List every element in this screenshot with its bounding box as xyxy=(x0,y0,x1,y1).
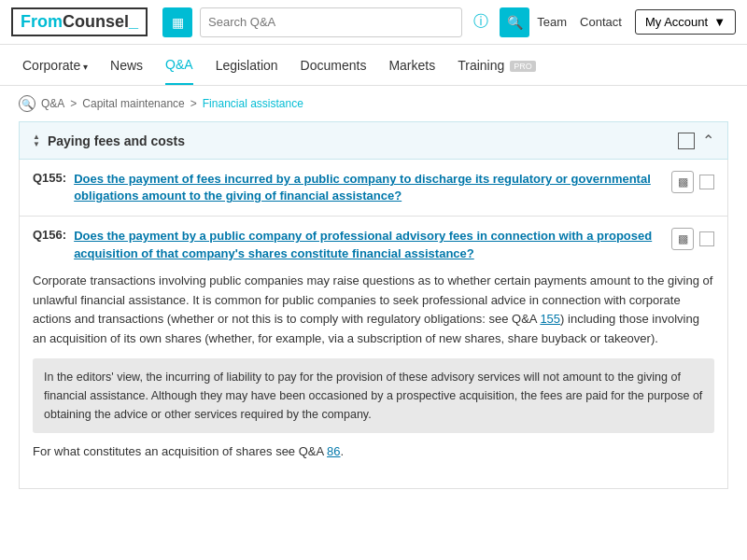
breadcrumb-qa[interactable]: Q&A xyxy=(41,97,64,110)
search-container xyxy=(200,7,462,37)
main-content: ▲ ▼ Paying fees and costs ⌃ Q155: Does t… xyxy=(0,121,747,508)
qa-link-156[interactable]: Does the payment by a public company of … xyxy=(74,228,664,261)
filter-icon: ▦ xyxy=(172,15,184,30)
comment-icon-155[interactable]: ▩ xyxy=(671,171,694,193)
qa-number-156: Q156: xyxy=(33,228,66,242)
qa-icons-156: ▩ xyxy=(671,228,714,250)
nav-corporate[interactable]: Corporate xyxy=(22,47,88,84)
qa-row-155: Q155: Does the payment of fees incurred … xyxy=(33,171,714,204)
link-155[interactable]: 155 xyxy=(540,312,560,326)
logo-text1: From xyxy=(21,12,63,32)
breadcrumb-sep2: > xyxy=(190,97,197,110)
section-title: Paying fees and costs xyxy=(48,133,185,148)
qa-answer-para2: For what constitutes an acquisition of s… xyxy=(33,442,714,462)
comment-icon-156[interactable]: ▩ xyxy=(671,228,694,250)
logo: FromCounsel_ xyxy=(11,7,148,36)
search-button[interactable]: 🔍 xyxy=(500,7,529,37)
contact-link[interactable]: Contact xyxy=(580,15,622,29)
breadcrumb-sep1: > xyxy=(70,97,77,110)
qa-icons-155: ▩ xyxy=(671,171,714,193)
team-link[interactable]: Team xyxy=(537,15,567,29)
qa-link-155[interactable]: Does the payment of fees incurred by a p… xyxy=(74,171,664,204)
sort-arrows[interactable]: ▲ ▼ xyxy=(33,133,40,148)
qa-row-156: Q156: Does the payment by a public compa… xyxy=(33,228,714,261)
breadcrumb-capital[interactable]: Capital maintenance xyxy=(82,97,184,110)
section-header: ▲ ▼ Paying fees and costs ⌃ xyxy=(19,121,728,160)
qa-item-156: Q156: Does the payment by a public compa… xyxy=(19,217,728,488)
training-badge: PRO xyxy=(510,61,536,72)
nav-qa[interactable]: Q&A xyxy=(165,46,193,85)
collapse-button[interactable]: ⌃ xyxy=(702,132,714,149)
info-icon[interactable]: ⓘ xyxy=(473,12,488,32)
search-icon: 🔍 xyxy=(507,15,523,30)
highlight-block: In the editors' view, the incurring of l… xyxy=(33,358,714,433)
nav-markets[interactable]: Markets xyxy=(388,47,435,84)
breadcrumb: 🔍 Q&A > Capital maintenance > Financial … xyxy=(0,86,747,121)
secondary-navigation: Corporate News Q&A Legislation Documents… xyxy=(0,45,747,86)
select-all-checkbox[interactable] xyxy=(678,133,695,149)
logo-suffix: _ xyxy=(129,12,138,32)
link-86[interactable]: 86 xyxy=(327,444,340,458)
qa-answer-156: Corporate transactions involving public … xyxy=(33,262,714,477)
logo-text2: Counsel xyxy=(63,12,129,32)
section-header-right: ⌃ xyxy=(678,132,714,149)
highlight-text: In the editors' view, the incurring of l… xyxy=(44,371,702,421)
nav-documents[interactable]: Documents xyxy=(301,47,367,84)
chevron-down-icon: ▼ xyxy=(713,15,726,29)
qa-answer-para1: Corporate transactions involving public … xyxy=(33,272,714,349)
nav-training[interactable]: Training PRO xyxy=(458,47,535,84)
qa-number-155: Q155: xyxy=(33,171,66,185)
nav-legislation[interactable]: Legislation xyxy=(216,47,278,84)
top-navigation: FromCounsel_ ▦ ⓘ 🔍 Team Contact My Accou… xyxy=(0,0,747,45)
my-account-label: My Account xyxy=(645,15,708,29)
search-input[interactable] xyxy=(208,15,454,29)
checkbox-155[interactable] xyxy=(699,175,714,189)
nav-news[interactable]: News xyxy=(110,47,143,84)
breadcrumb-current: Financial assistance xyxy=(203,97,303,110)
checkbox-156[interactable] xyxy=(699,231,714,246)
section-header-left: ▲ ▼ Paying fees and costs xyxy=(33,133,185,148)
my-account-button[interactable]: My Account ▼ xyxy=(635,9,736,35)
top-right-nav: Team Contact My Account ▼ xyxy=(537,9,736,35)
filter-button[interactable]: ▦ xyxy=(162,7,192,37)
qa-item-155: Q155: Does the payment of fees incurred … xyxy=(19,160,728,217)
breadcrumb-search-icon: 🔍 xyxy=(19,95,35,112)
